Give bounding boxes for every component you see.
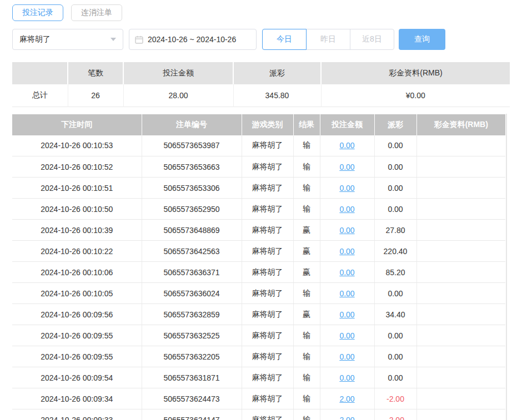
bonus-cell (416, 241, 505, 262)
game-type-cell: 麻将胡了 (242, 178, 293, 199)
bet-time-cell: 2024-10-26 00:09:34 (12, 388, 142, 409)
result-cell: 赢 (293, 304, 320, 325)
bet-amount-link[interactable]: 0.00 (339, 226, 354, 235)
bet-amount-link[interactable]: 0.00 (339, 268, 354, 277)
bet-amount-cell: 0.00 (320, 199, 374, 220)
game-type-cell: 麻将胡了 (242, 262, 293, 283)
order-number-cell: 5065573653306 (142, 178, 242, 199)
bet-time-cell: 2024-10-26 00:10:22 (12, 241, 142, 262)
order-number-cell: 5065573636371 (142, 262, 242, 283)
bonus-cell (416, 135, 505, 156)
bet-amount-cell: 0.00 (320, 135, 374, 156)
tab-bet-records[interactable]: 投注记录 (12, 4, 63, 21)
bet-amount-cell: 0.00 (320, 283, 374, 304)
bet-amount-link[interactable]: 0.00 (339, 373, 354, 382)
tab-cascading-orders[interactable]: 连消注单 (71, 4, 122, 21)
bet-amount-cell: 0.00 (320, 304, 374, 325)
game-type-cell: 麻将胡了 (242, 367, 293, 388)
order-number-cell: 5065573636024 (142, 283, 242, 304)
summary-total-bet-amount: 28.00 (123, 84, 233, 107)
order-number-cell: 5065573648869 (142, 220, 242, 241)
summary-header-bonus: 彩金资料(RMB) (321, 62, 510, 84)
order-number-cell: 5065573624147 (142, 409, 242, 420)
result-cell: 输 (293, 367, 320, 388)
bet-amount-link[interactable]: 0.00 (339, 205, 354, 214)
header-result: 结果 (293, 114, 320, 135)
game-type-select[interactable]: 麻将胡了 (12, 29, 123, 50)
bet-amount-link[interactable]: 0.00 (339, 310, 354, 319)
header-bet-amount: 投注金额 (320, 114, 374, 135)
filter-toolbar: 麻将胡了 2024-10-26 ~ 2024-10-26 今日 昨日 近8日 查… (12, 29, 512, 50)
order-number-cell: 5065573653663 (142, 156, 242, 178)
payout-cell: 0.00 (374, 367, 416, 388)
table-row: 2024-10-26 00:09:555065573632525麻将胡了输0.0… (12, 325, 505, 346)
game-type-cell: 麻将胡了 (242, 199, 293, 220)
bet-amount-cell: 0.00 (320, 346, 374, 367)
bet-amount-link[interactable]: 2.00 (339, 416, 354, 420)
records-table: 下注时间 注单编号 游戏类别 结果 投注金额 派彩 彩金资料(RMB) 2024… (12, 114, 505, 420)
bet-amount-cell: 0.00 (320, 262, 374, 283)
summary-header-blank (12, 62, 68, 84)
date-range-picker[interactable]: 2024-10-26 ~ 2024-10-26 (129, 29, 257, 50)
search-button[interactable]: 查询 (399, 29, 445, 50)
records-header-row: 下注时间 注单编号 游戏类别 结果 投注金额 派彩 彩金资料(RMB) (12, 114, 505, 135)
bet-amount-cell: 0.00 (320, 178, 374, 199)
table-row: 2024-10-26 00:09:555065573632205麻将胡了输0.0… (12, 346, 505, 367)
bonus-cell (416, 220, 505, 241)
payout-cell: -2.00 (374, 388, 416, 409)
summary-total-count: 26 (68, 84, 123, 107)
payout-cell: 0.00 (374, 325, 416, 346)
table-row: 2024-10-26 00:10:535065573653987麻将胡了输0.0… (12, 135, 505, 156)
bet-amount-link[interactable]: 0.00 (339, 163, 354, 171)
bet-amount-cell: 0.00 (320, 156, 374, 178)
order-number-cell: 5065573632205 (142, 346, 242, 367)
bonus-cell (416, 262, 505, 283)
summary-total-label: 总计 (12, 84, 68, 107)
table-row: 2024-10-26 00:10:515065573653306麻将胡了输0.0… (12, 178, 505, 199)
game-type-cell: 麻将胡了 (242, 304, 293, 325)
result-cell: 输 (293, 409, 320, 420)
payout-cell: 27.80 (374, 220, 416, 241)
order-number-cell: 5065573632859 (142, 304, 242, 325)
game-type-cell: 麻将胡了 (242, 409, 293, 420)
bonus-cell (416, 388, 505, 409)
bet-time-cell: 2024-10-26 00:10:39 (12, 220, 142, 241)
bet-time-cell: 2024-10-26 00:09:54 (12, 367, 142, 388)
bet-amount-link[interactable]: 0.00 (339, 184, 354, 193)
bonus-cell (416, 283, 505, 304)
tabs-row: 投注记录 连消注单 (12, 4, 512, 21)
result-cell: 输 (293, 388, 320, 409)
bet-amount-link[interactable]: 0.00 (339, 289, 354, 298)
result-cell: 输 (293, 325, 320, 346)
quick-range-yesterday[interactable]: 昨日 (306, 29, 350, 50)
result-cell: 赢 (293, 220, 320, 241)
payout-cell: 0.00 (374, 283, 416, 304)
quick-range-group: 今日 昨日 近8日 (262, 29, 394, 50)
bet-amount-link[interactable]: 0.00 (339, 247, 354, 256)
payout-cell: 0.00 (374, 346, 416, 367)
payout-cell: 0.00 (374, 199, 416, 220)
table-scrollbar[interactable] (506, 114, 507, 420)
bet-amount-cell: 0.00 (320, 220, 374, 241)
order-number-cell: 5065573653987 (142, 135, 242, 156)
header-bonus: 彩金资料(RMB) (416, 114, 505, 135)
quick-range-today[interactable]: 今日 (262, 29, 307, 50)
result-cell: 输 (293, 135, 320, 156)
summary-header-row: 笔数 投注金额 派彩 彩金资料(RMB) (12, 62, 510, 84)
bet-amount-link[interactable]: 0.00 (339, 141, 354, 150)
bonus-cell (416, 304, 505, 325)
summary-table: 笔数 投注金额 派彩 彩金资料(RMB) 总计 26 28.00 345.80 … (12, 62, 510, 107)
bet-amount-link[interactable]: 0.00 (339, 331, 354, 340)
bet-amount-link[interactable]: 2.00 (339, 394, 354, 403)
table-row: 2024-10-26 00:10:395065573648869麻将胡了赢0.0… (12, 220, 505, 241)
bet-amount-link[interactable]: 0.00 (339, 352, 354, 361)
bet-time-cell: 2024-10-26 00:10:06 (12, 262, 142, 283)
bet-time-cell: 2024-10-26 00:10:52 (12, 156, 142, 178)
summary-total-bonus: ¥0.00 (321, 84, 510, 107)
summary-total-row: 总计 26 28.00 345.80 ¥0.00 (12, 84, 510, 107)
quick-range-last8days[interactable]: 近8日 (350, 29, 394, 50)
header-game-type: 游戏类别 (242, 114, 293, 135)
header-bet-time: 下注时间 (12, 114, 142, 135)
result-cell: 输 (293, 283, 320, 304)
summary-header-count: 笔数 (68, 62, 123, 84)
